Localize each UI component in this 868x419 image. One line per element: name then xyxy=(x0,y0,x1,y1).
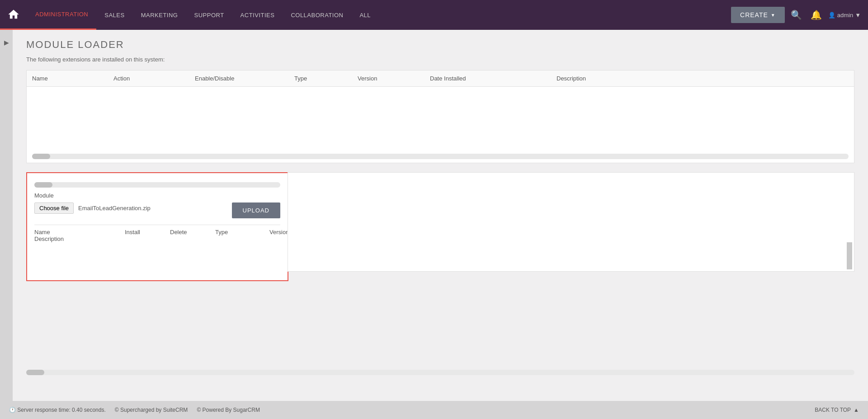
horizontal-scrollbar[interactable] xyxy=(32,154,849,159)
nav-item-collaboration[interactable]: COLLABORATION xyxy=(283,0,351,30)
footer: 🕐 Server response time: 0.40 seconds. © … xyxy=(0,401,868,419)
bell-icon: 🔔 xyxy=(811,9,822,20)
nav-items: ADMINISTRATION SALES MARKETING SUPPORT A… xyxy=(27,0,731,30)
chevron-down-icon: ▼ xyxy=(771,13,776,18)
home-icon xyxy=(7,8,20,21)
page-subtitle: The following extensions are installed o… xyxy=(26,56,854,63)
right-scrollbar-thumb xyxy=(847,242,852,269)
upload-table-body xyxy=(34,246,280,273)
navbar: ADMINISTRATION SALES MARKETING SUPPORT A… xyxy=(0,0,868,30)
nav-item-activities[interactable]: ACTIVITIES xyxy=(232,0,283,30)
home-button[interactable] xyxy=(0,0,27,30)
page-title: MODULE LOADER xyxy=(26,39,854,51)
selected-file-name: EmailToLeadGeneration.zip xyxy=(78,205,151,212)
back-to-top-button[interactable]: BACK TO TOP ▲ xyxy=(815,407,859,413)
server-time: 🕐 Server response time: 0.40 seconds. xyxy=(9,407,106,413)
user-menu-button[interactable]: 👤 admin ▼ xyxy=(828,12,861,19)
upload-col-install: Install xyxy=(125,229,170,235)
upload-col-description: Description xyxy=(34,235,125,242)
notifications-button[interactable]: 🔔 xyxy=(808,7,825,23)
bottom-scrollbar-thumb xyxy=(26,370,44,375)
user-chevron-icon: ▼ xyxy=(855,12,861,19)
main-wrapper: ▶ MODULE LOADER The following extensions… xyxy=(0,30,868,401)
upload-table-header: Name Install Delete Type Version Date Pu… xyxy=(34,225,280,246)
file-input-row: Choose file EmailToLeadGeneration.zip xyxy=(34,202,232,214)
search-icon: 🔍 xyxy=(791,9,802,20)
upload-scrollbar-thumb-top xyxy=(34,182,52,188)
nav-item-support[interactable]: SUPPORT xyxy=(186,0,232,30)
powered-suitecrm: © Supercharged by SuiteCRM xyxy=(115,407,188,413)
installed-table-body xyxy=(27,87,854,150)
installed-table-header: Name Action Enable/Disable Type Version … xyxy=(27,71,854,87)
col-enable-disable: Enable/Disable xyxy=(195,75,294,82)
upload-col-delete: Delete xyxy=(170,229,215,235)
search-button[interactable]: 🔍 xyxy=(788,7,805,23)
nav-item-all[interactable]: ALL xyxy=(351,0,379,30)
footer-left: 🕐 Server response time: 0.40 seconds. © … xyxy=(9,407,260,413)
right-scrollbar[interactable] xyxy=(847,242,852,269)
module-label: Module xyxy=(34,192,280,199)
upload-col-name: Name xyxy=(34,229,125,235)
col-type: Type xyxy=(294,75,358,82)
col-description: Description xyxy=(557,75,849,82)
scrollbar-thumb xyxy=(32,154,50,159)
upload-col-type: Type xyxy=(215,229,269,235)
sidebar-arrow-icon: ▶ xyxy=(4,39,9,46)
col-date-installed: Date Installed xyxy=(430,75,557,82)
installed-extensions-table: Name Action Enable/Disable Type Version … xyxy=(26,70,854,163)
user-icon: 👤 xyxy=(828,12,835,19)
upload-h-scrollbar-top[interactable] xyxy=(34,182,280,188)
nav-right: CREATE ▼ 🔍 🔔 👤 admin ▼ xyxy=(731,0,868,30)
nav-item-administration[interactable]: ADMINISTRATION xyxy=(27,0,96,30)
upload-section: Module Choose file EmailToLeadGeneration… xyxy=(26,172,288,281)
file-input-wrapper: Choose file EmailToLeadGeneration.zip UP… xyxy=(34,202,280,221)
choose-file-button[interactable]: Choose file xyxy=(34,202,74,214)
bottom-scrollbar[interactable] xyxy=(26,370,854,375)
col-version: Version xyxy=(358,75,430,82)
nav-item-sales[interactable]: SALES xyxy=(96,0,132,30)
clock-icon: 🕐 xyxy=(9,407,16,413)
sidebar-toggle[interactable]: ▶ xyxy=(0,30,13,401)
page-content: MODULE LOADER The following extensions a… xyxy=(13,30,868,401)
col-name: Name xyxy=(32,75,113,82)
upload-button[interactable]: UPLOAD xyxy=(232,202,280,218)
nav-item-marketing[interactable]: MARKETING xyxy=(133,0,186,30)
up-arrow-icon: ▲ xyxy=(854,407,859,413)
powered-sugarcrm: © Powered By SugarCRM xyxy=(197,407,260,413)
create-button[interactable]: CREATE ▼ xyxy=(731,7,785,23)
col-action: Action xyxy=(113,75,195,82)
